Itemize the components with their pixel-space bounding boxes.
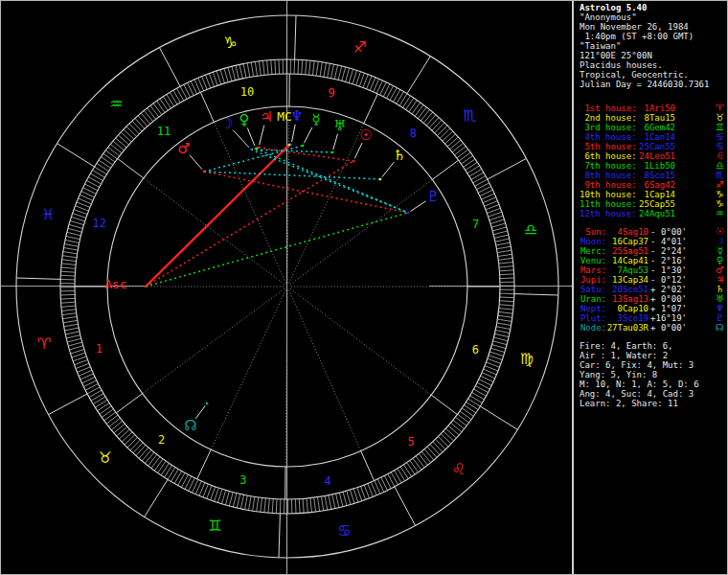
house-number: 1 xyxy=(96,342,102,356)
house-number: 9 xyxy=(328,86,334,100)
plut-wheel-icon: ♇ xyxy=(426,188,439,205)
house-number: 3 xyxy=(239,473,246,487)
planet-row-sun: Sun: 4Sag10- 0°00'☉ xyxy=(580,227,726,237)
zodiac-sign-icon: ♌ xyxy=(451,460,465,478)
stat-line-house-types: Ang: 4, Suc: 4, Cad: 3 xyxy=(580,389,726,399)
info-panel: Astrolog 5.40 "Anonymous" Mon November 2… xyxy=(575,0,728,575)
planet-row-node: Node:27Tau03R+ 0°00'☊ xyxy=(580,323,726,333)
venu-wheel-icon: ♀ xyxy=(239,111,250,128)
house-number: 11 xyxy=(157,125,171,138)
zodiac-sign-icon: ♍ xyxy=(520,350,534,368)
moon-wheel-icon: ☽ xyxy=(220,115,233,132)
chart-place-line: "Taiwan" xyxy=(580,41,726,51)
stat-line-polarity: Yang: 5, Yin: 8 xyxy=(580,370,726,380)
zodiac-sign-icon: ♒ xyxy=(109,95,123,113)
house-cusp-list: 1st house: 1Ari50♈ 2nd house: 8Tau15♉ 3r… xyxy=(580,104,726,218)
chart-coords-line: 121°00E 25°00N xyxy=(580,51,726,60)
sun-wheel-icon: ☉ xyxy=(359,126,372,144)
planet-row-saturn: Satu:20Sco51+ 2°02'♄ xyxy=(580,285,726,294)
zodiac-sign-icon: ♋ xyxy=(337,521,351,540)
planet-row-mercury: Merc:25Sag51- 2°24'☿ xyxy=(580,246,726,256)
julian-day-line: Julian Day = 2446030.7361 xyxy=(580,80,726,89)
nept-wheel-icon: ♆ xyxy=(290,107,303,125)
house-row-5: 5th house:25Can55♋ xyxy=(580,142,726,151)
house-number: 2 xyxy=(158,433,165,447)
stat-line-modes: Car: 6, Fix: 4, Mut: 3 xyxy=(580,360,726,370)
house-row-8: 8th house: 8Sco15♏ xyxy=(580,171,726,180)
planet-row-venus: Venu:14Cap41- 2°16'♀ xyxy=(580,256,726,265)
zodiac-sign-icon: ♓ xyxy=(41,205,55,223)
element-tally: Fire: 4, Earth: 6, Air : 1, Water: 2 Car… xyxy=(580,341,726,408)
stat-line-learn-share: Learn: 2, Share: 11 xyxy=(580,399,726,408)
app-title: Astrolog 5.40 xyxy=(580,3,726,12)
chart-date-line: Mon November 26, 1984 xyxy=(580,22,726,32)
house-number: 4 xyxy=(324,474,330,488)
chart-info: "Anonymous" Mon November 26, 1984 1:40pm… xyxy=(580,12,726,89)
stat-line-hemisphere: M: 10, N: 1, A: 5, D: 6 xyxy=(580,380,726,389)
house-number: 12 xyxy=(92,217,105,230)
house-number: 8 xyxy=(410,126,417,140)
house-row-2: 2nd house: 8Tau15♉ xyxy=(580,113,726,123)
stat-line-elements-2: Air : 1, Water: 2 xyxy=(580,351,726,360)
zodiac-sign-icon: ♈ xyxy=(37,334,51,353)
zodiac-sign-icon: ♑ xyxy=(223,34,237,52)
natal-chart-wheel: ♈♉♊♋♌♍♎♏♐♑♒♓123456789101112☉☽☿♀♂♃♄♅♆♇☊As… xyxy=(0,0,573,575)
satu-wheel-icon: ♄ xyxy=(393,147,405,164)
planet-row-neptune: Nept: 0Cap10+ 1°07'♆ xyxy=(580,304,726,313)
node-icon: ☊ xyxy=(714,323,726,333)
house-row-11: 11th house:25Cap55♑ xyxy=(580,199,726,209)
house-row-10: 10th house: 1Cap14♑ xyxy=(580,190,726,199)
stat-line-elements-1: Fire: 4, Earth: 6, xyxy=(580,341,726,351)
chart-name-line: "Anonymous" xyxy=(580,12,726,22)
planet-row-moon: Moon:16Cap37- 4°01'☽ xyxy=(580,237,726,246)
uran-wheel-icon: ♅ xyxy=(333,117,346,134)
zodiac-sign-icon: ♐ xyxy=(353,38,366,57)
planet-row-uranus: Uran:13Sag13+ 0°00'♅ xyxy=(580,294,726,304)
house-row-6: 6th house:24Leo51♌ xyxy=(580,151,726,161)
house-number: 5 xyxy=(407,435,414,448)
chart-time-line: 1:40pm (ST +8:00 GMT) xyxy=(580,32,726,41)
node-wheel-icon: ☊ xyxy=(184,417,196,434)
zodiac-sign-icon: ♊ xyxy=(208,517,221,535)
house-row-3: 3rd house: 6Gem42♊ xyxy=(580,123,726,132)
zodiac-sign-icon: ♉ xyxy=(98,448,111,467)
mc-label: MC xyxy=(277,109,292,124)
house-row-7: 7th house: 1Lib50♎ xyxy=(580,161,726,171)
sign-icon: ♒ xyxy=(714,209,726,218)
house-row-12: 12th house:24Aqu51♒ xyxy=(580,209,726,218)
house-number: 6 xyxy=(472,343,479,356)
jupi-wheel-icon: ♃ xyxy=(260,108,272,126)
house-row-9: 9th house: 6Sag42♐ xyxy=(580,180,726,190)
house-number: 7 xyxy=(472,218,479,231)
asc-label: Asc xyxy=(104,277,126,291)
mars-wheel-icon: ♂ xyxy=(177,140,190,157)
planet-row-mars: Mars: 7Aqu53- 1°30'♂ xyxy=(580,265,726,275)
house-system-line: Placidus houses. xyxy=(580,60,726,70)
house-row-4: 4th house: 1Can14♋ xyxy=(580,132,726,142)
zodiac-system-line: Tropical, Geocentric. xyxy=(580,70,726,80)
zodiac-sign-icon: ♏ xyxy=(463,106,476,125)
planet-row-jupiter: Jupi:13Cap34- 0°12'♃ xyxy=(580,275,726,285)
astrolog-window: { "app": { "title": "Astrolog 5.40", "bg… xyxy=(0,0,728,575)
planet-row-pluto: Plut: 3Sco19+16°19'♇ xyxy=(580,313,726,323)
zodiac-sign-icon: ♎ xyxy=(524,220,537,239)
house-row-1: 1st house: 1Ari50♈ xyxy=(580,104,726,113)
house-number: 10 xyxy=(240,85,254,99)
merc-wheel-icon: ☿ xyxy=(311,111,320,128)
panel-divider xyxy=(572,0,574,575)
planet-position-list: Sun: 4Sag10- 0°00'☉ Moon:16Cap37- 4°01'☽… xyxy=(580,227,726,333)
